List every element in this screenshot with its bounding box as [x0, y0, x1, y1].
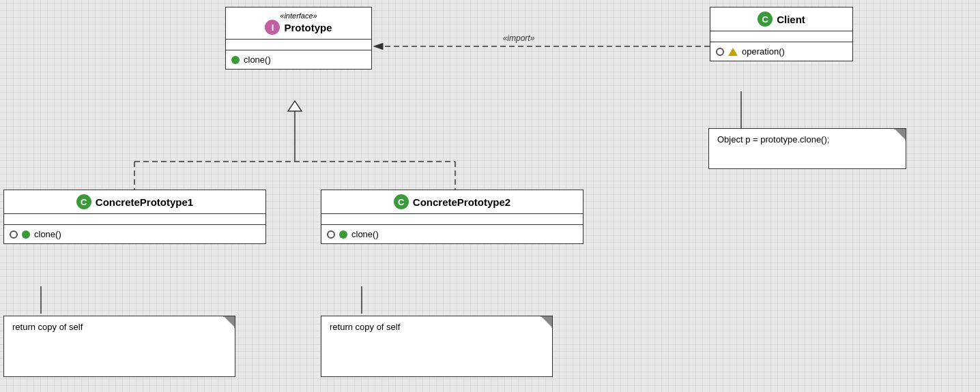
- concrete1-green-icon: [22, 230, 30, 239]
- client-method-row: operation(): [716, 46, 847, 57]
- concrete2-header: C ConcretePrototype2: [321, 190, 583, 214]
- client-title: Client: [777, 14, 805, 25]
- note1-text: return copy of self: [12, 322, 83, 332]
- client-method-label: operation(): [742, 46, 785, 57]
- concrete1-attributes-section: [4, 214, 265, 225]
- prototype-box: «interface» I Prototype clone(): [225, 7, 372, 70]
- prototype-methods-section: clone(): [226, 50, 371, 69]
- client-header: C Client: [710, 7, 852, 31]
- concrete1-header: C ConcretePrototype1: [4, 190, 265, 214]
- client-box: C Client operation(): [710, 7, 853, 61]
- note1: return copy of self: [3, 316, 235, 377]
- concrete2-green-icon: [339, 230, 347, 239]
- concrete2-icon: C: [394, 194, 409, 209]
- concrete1-hollow-icon1: [10, 230, 18, 239]
- client-methods-section: operation(): [710, 42, 852, 61]
- concrete1-methods-section: clone(): [4, 225, 265, 243]
- prototype-method-row: clone(): [231, 55, 366, 65]
- svg-marker-4: [288, 101, 302, 111]
- prototype-method-icon: [231, 56, 240, 64]
- prototype-attributes-section: [226, 40, 371, 50]
- concrete2-box: C ConcretePrototype2 clone(): [321, 190, 583, 244]
- concrete2-attributes-section: [321, 214, 583, 225]
- svg-text:«import»: «import»: [503, 33, 535, 43]
- prototype-header: «interface» I Prototype: [226, 7, 371, 40]
- note2-text: return copy of self: [330, 322, 400, 332]
- concrete2-method-label: clone(): [351, 229, 379, 239]
- concrete1-icon: C: [76, 194, 91, 209]
- client-note-text: Object p = prototype.clone();: [717, 134, 829, 145]
- concrete2-hollow-icon1: [327, 230, 335, 239]
- client-note: Object p = prototype.clone();: [708, 128, 906, 169]
- client-icon: C: [758, 12, 773, 27]
- client-warning-icon: [728, 48, 738, 56]
- prototype-title: Prototype: [284, 22, 332, 33]
- prototype-method-label: clone(): [244, 55, 271, 65]
- prototype-icon: I: [265, 20, 280, 35]
- concrete1-box: C ConcretePrototype1 clone(): [3, 190, 266, 244]
- prototype-stereotype: «interface»: [280, 12, 317, 20]
- client-attributes-section: [710, 31, 852, 42]
- client-hollow-icon: [716, 48, 724, 56]
- concrete1-title: ConcretePrototype1: [96, 196, 193, 208]
- concrete2-method-row: clone(): [327, 229, 577, 239]
- concrete1-method-label: clone(): [34, 229, 61, 239]
- concrete1-method-row: clone(): [10, 229, 260, 239]
- concrete2-methods-section: clone(): [321, 225, 583, 243]
- concrete2-title: ConcretePrototype2: [413, 196, 510, 208]
- note2: return copy of self: [321, 316, 553, 377]
